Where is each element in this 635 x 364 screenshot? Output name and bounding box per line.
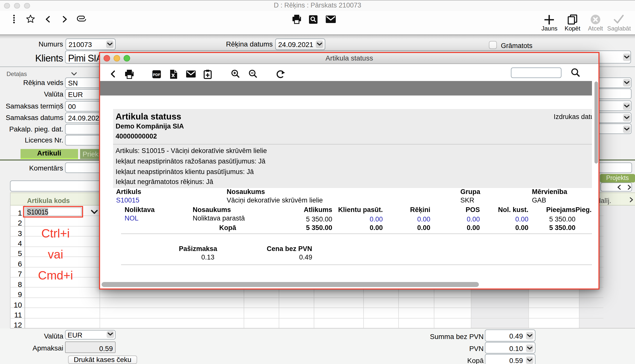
svg-text:PDF: PDF xyxy=(153,72,160,76)
